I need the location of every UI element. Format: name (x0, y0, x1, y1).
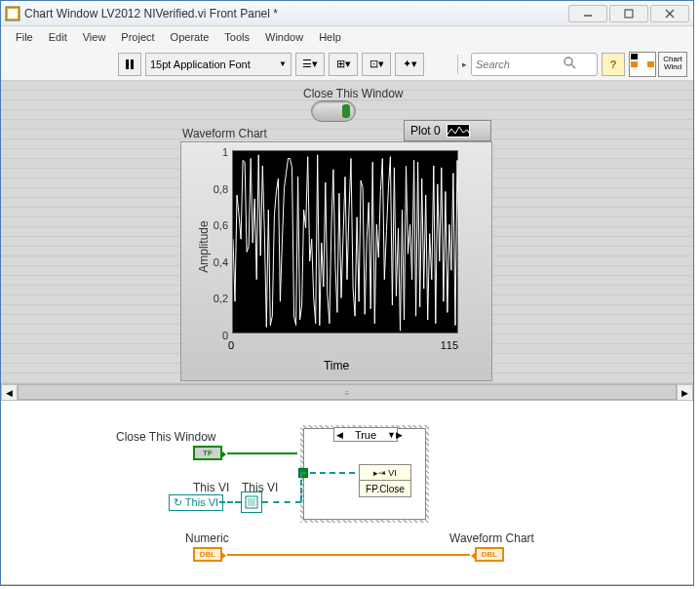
case-selector[interactable]: ◀ True ▼▶ (333, 427, 398, 442)
menu-window[interactable]: Window (258, 29, 310, 45)
legend-sample-icon (447, 124, 470, 137)
vi-icon-pane[interactable]: Chart Wind (658, 52, 687, 77)
labview-window: Chart Window LV2012 NIVerified.vi Front … (0, 0, 694, 586)
this-vi-constant[interactable]: ↻ This VI (169, 494, 223, 511)
wfchart-terminal[interactable]: DBL (475, 547, 504, 562)
block-diagram: Close This Window TF This VI This VI ↻ T… (1, 400, 693, 585)
y-axis-ticks: 1 0,8 0,6 0,4 0,2 0 (207, 146, 228, 341)
search-icon (564, 57, 577, 72)
scroll-left-button[interactable]: ◀ (1, 384, 18, 401)
distribute-icon: ⊞▾ (336, 59, 351, 69)
close-window-label: Close This Window (303, 87, 403, 100)
invoke-node[interactable]: ▸⇥ VI FP.Close (359, 464, 411, 497)
reorder-icon: ✦▾ (403, 59, 417, 69)
wire-ref-2 (262, 501, 301, 503)
wire-ref-1 (219, 501, 241, 503)
pause-icon (126, 59, 134, 69)
invoke-icon: ▸⇥ (373, 468, 386, 478)
vi-ref-node-icon[interactable] (241, 491, 262, 513)
svg-point-6 (564, 58, 572, 65)
bd-numeric-label: Numeric (185, 531, 229, 545)
chevron-down-icon: ▼ (279, 59, 287, 68)
bd-thisvi-label-1: This VI (193, 481, 229, 494)
waveform-chart[interactable]: Amplitude 1 0,8 0,6 0,4 0,2 0 0 115 Time (180, 141, 492, 381)
invoke-method: FP.Close (360, 481, 410, 496)
svg-rect-1 (8, 9, 18, 19)
wire-numeric (227, 554, 470, 556)
case-prev-icon[interactable]: ◀ (334, 430, 344, 440)
case-next-icon[interactable]: ▼▶ (387, 430, 397, 440)
maximize-button[interactable] (609, 5, 648, 22)
menu-help[interactable]: Help (312, 29, 348, 45)
numeric-terminal[interactable]: DBL (193, 547, 222, 562)
titlebar: Chart Window LV2012 NIVerified.vi Front … (1, 1, 693, 26)
plot-area (232, 150, 458, 334)
align-button[interactable]: ☰▾ (295, 53, 325, 76)
resize-icon: ⊡▾ (369, 59, 384, 69)
minimize-button[interactable] (568, 5, 607, 22)
reorder-button[interactable]: ✦▾ (395, 53, 424, 76)
connector-pane-icon[interactable] (629, 52, 656, 77)
chart-title-label: Waveform Chart (182, 127, 267, 140)
wire-ref-4 (300, 472, 355, 474)
menu-edit[interactable]: Edit (42, 29, 74, 45)
vi-icon (5, 6, 20, 21)
svg-rect-9 (248, 498, 255, 506)
help-button[interactable]: ? (602, 53, 625, 76)
x-axis-ticks: 0 115 (228, 339, 458, 351)
menubar: File Edit View Project Operate Tools Win… (1, 26, 693, 48)
toolbar: 15pt Application Font ▼ ☰▾ ⊞▾ ⊡▾ ✦▾ ▸ ? … (1, 48, 693, 81)
boolean-terminal[interactable]: TF (193, 446, 222, 460)
menu-operate[interactable]: Operate (164, 29, 216, 45)
font-selector[interactable]: 15pt Application Font ▼ (145, 53, 292, 76)
plot-legend[interactable]: Plot 0 (404, 120, 491, 141)
menu-tools[interactable]: Tools (217, 29, 256, 45)
search-chevron-icon: ▸ (462, 59, 467, 69)
wire-boolean (227, 452, 297, 454)
wire-ref-3 (300, 472, 355, 501)
close-button[interactable] (650, 5, 689, 22)
search-input-container (471, 53, 598, 76)
front-panel: Close This Window Waveform Chart Plot 0 … (1, 81, 693, 383)
pause-button[interactable] (118, 53, 141, 76)
svg-rect-3 (625, 10, 633, 18)
resize-button[interactable]: ⊡▾ (362, 53, 391, 76)
font-label: 15pt Application Font (150, 59, 251, 70)
window-title: Chart Window LV2012 NIVerified.vi Front … (24, 7, 566, 20)
legend-plot-name: Plot 0 (410, 124, 441, 137)
menu-file[interactable]: File (9, 29, 40, 45)
menu-project[interactable]: Project (114, 29, 161, 45)
search-input[interactable] (476, 59, 564, 70)
svg-line-7 (571, 64, 575, 68)
scroll-right-button[interactable]: ▶ (677, 384, 693, 401)
invoke-class: VI (388, 468, 397, 478)
case-label: True (344, 429, 387, 441)
align-icon: ☰▾ (302, 59, 318, 69)
scroll-thumb[interactable]: ≡ (18, 384, 677, 400)
bd-close-label: Close This Window (116, 430, 215, 444)
bd-wfchart-label: Waveform Chart (449, 531, 534, 545)
x-axis-title: Time (181, 359, 491, 373)
horizontal-scrollbar: ◀ ≡ ▶ (1, 383, 693, 400)
scroll-track[interactable]: ≡ (18, 384, 677, 400)
close-window-toggle[interactable] (311, 100, 356, 122)
distribute-button[interactable]: ⊞▾ (329, 53, 358, 76)
menu-view[interactable]: View (76, 29, 113, 45)
